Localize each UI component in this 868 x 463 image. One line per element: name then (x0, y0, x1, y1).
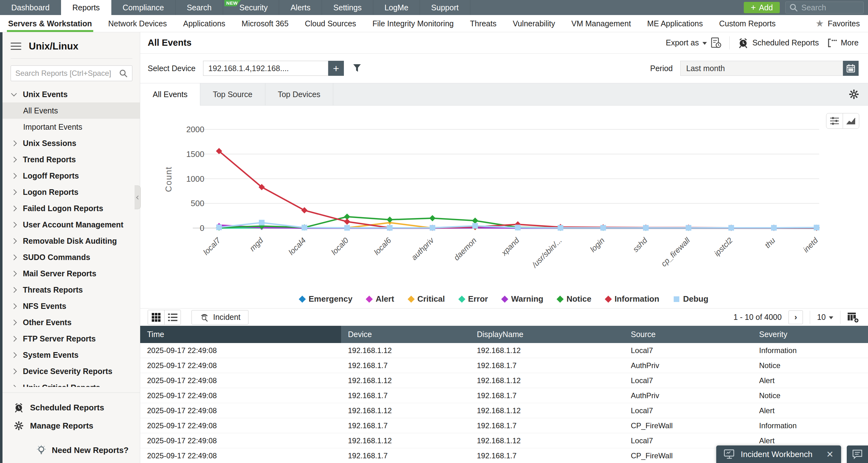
topnav-tab-reports[interactable]: Reports (61, 0, 112, 15)
column-header-source[interactable]: Source (624, 326, 752, 343)
list-view-button[interactable] (164, 310, 181, 324)
filter-funnel-icon[interactable] (353, 64, 362, 73)
topnav-tab-alerts[interactable]: Alerts (279, 0, 322, 15)
global-search[interactable] (785, 2, 864, 13)
subnav-item-me-applications[interactable]: ME Applications (639, 15, 711, 32)
events-line-chart[interactable]: 0500100015002000Countlocal7mgdlocal4loca… (140, 106, 868, 286)
page-size-select[interactable]: 10 (817, 313, 833, 322)
report-search[interactable] (11, 65, 132, 81)
legend-item-warning[interactable]: Warning (502, 294, 543, 304)
feedback-button[interactable] (847, 445, 868, 463)
topnav-tab-settings[interactable]: Settings (322, 0, 373, 15)
need-new-reports-link[interactable]: Need New Reports? (36, 445, 129, 456)
column-header-displayname[interactable]: DisplayName (470, 326, 624, 343)
tab-all-events[interactable]: All Events (140, 83, 200, 106)
subnav-item-applications[interactable]: Applications (175, 15, 234, 32)
add-column-icon[interactable] (847, 312, 859, 323)
more-button[interactable]: More (827, 38, 859, 48)
subnav-item-microsoft-365[interactable]: Microsoft 365 (234, 15, 297, 32)
tab-top-devices[interactable]: Top Devices (265, 83, 333, 105)
subnav-item-servers-workstation[interactable]: Servers & Workstation (0, 15, 100, 32)
device-input[interactable]: 192.168.1.4,192.168.... (203, 61, 328, 76)
sidebar-item-mail-server-reports[interactable]: Mail Server Reports (0, 265, 140, 282)
add-device-button[interactable]: + (328, 61, 344, 76)
topnav-tab-logme[interactable]: LogMe (373, 0, 420, 15)
sidebar-item-system-events[interactable]: System Events (0, 347, 140, 363)
topnav-tab-compliance[interactable]: Compliance (112, 0, 176, 15)
close-icon[interactable]: ✕ (826, 449, 834, 460)
subnav-item-file-integrity-monitoring[interactable]: File Integrity Monitoring (364, 15, 462, 32)
sidebar-item-important-events[interactable]: Important Events (0, 119, 140, 135)
alarm-clock-icon (738, 37, 748, 48)
subnav-item-threats[interactable]: Threats (462, 15, 505, 32)
report-settings-button[interactable] (848, 83, 868, 105)
sidebar-item-unix-events[interactable]: Unix Events (0, 86, 140, 103)
svg-text:inetd: inetd (801, 236, 820, 254)
sidebar-item-user-account-management[interactable]: User Account Management (0, 216, 140, 233)
topnav-tab-support[interactable]: Support (420, 0, 470, 15)
sidebar-item-unix-critical-reports[interactable]: Unix Critical Reports (0, 379, 140, 387)
legend-item-debug[interactable]: Debug (674, 294, 708, 304)
subnav-item-network-devices[interactable]: Network Devices (100, 15, 175, 32)
sidebar-item-failed-logon-reports[interactable]: Failed Logon Reports (0, 200, 140, 216)
hamburger-menu-icon[interactable] (11, 40, 21, 52)
sidebar-item-sudo-commands[interactable]: SUDO Commands (0, 249, 140, 265)
chart-settings-button[interactable] (826, 113, 843, 128)
table-row[interactable]: 2025-09-17 22:49:08192.168.1.7192.168.1.… (140, 388, 868, 403)
legend-item-notice[interactable]: Notice (558, 294, 591, 304)
subnav-item-vm-management[interactable]: VM Management (563, 15, 639, 32)
table-cell: 192.168.1.12 (470, 433, 624, 448)
topnav-tab-security[interactable]: SecurityNEW (223, 0, 279, 15)
topnav-tab-search[interactable]: Search (176, 0, 223, 15)
sidebar-footer-scheduled-reports[interactable]: Scheduled Reports (2, 399, 140, 417)
legend-item-alert[interactable]: Alert (367, 294, 394, 304)
table-row[interactable]: 2025-09-17 22:49:08192.168.1.7192.168.1.… (140, 358, 868, 373)
table-row[interactable]: 2025-09-17 22:49:08192.168.1.12192.168.1… (140, 403, 868, 418)
incident-button[interactable]: Incident (191, 310, 248, 324)
subnav-item-custom-reports[interactable]: Custom Reports (711, 15, 784, 32)
sidebar-collapse-handle[interactable] (134, 185, 141, 209)
legend-item-error[interactable]: Error (459, 294, 488, 304)
subnav-item-cloud-sources[interactable]: Cloud Sources (297, 15, 364, 32)
sidebar-item-unix-sessions[interactable]: Unix Sessions (0, 135, 140, 151)
incident-workbench-toast[interactable]: Incident Workbench ✕ (716, 445, 841, 463)
table-row[interactable]: 2025-09-17 22:49:08192.168.1.7192.168.1.… (140, 418, 868, 433)
sidebar-item-threats-reports[interactable]: Threats Reports (0, 282, 140, 298)
scheduled-reports-button[interactable]: Scheduled Reports (738, 37, 819, 48)
sidebar-item-other-events[interactable]: Other Events (0, 314, 140, 330)
topnav-tab-dashboard[interactable]: Dashboard (0, 0, 61, 15)
sidebar-item-trend-reports[interactable]: Trend Reports (0, 151, 140, 168)
next-page-button[interactable]: › (788, 311, 803, 324)
report-search-input[interactable] (16, 69, 119, 78)
table-cell: 2025-09-17 22:49:08 (140, 343, 341, 358)
export-document-icon (711, 37, 721, 49)
sidebar-item-logoff-reports[interactable]: Logoff Reports (0, 168, 140, 184)
legend-item-information[interactable]: Information (606, 294, 659, 304)
subnav-item-vulnerability[interactable]: Vulnerability (505, 15, 563, 32)
period-input[interactable]: Last month (680, 61, 843, 76)
table-row[interactable]: 2025-09-17 22:49:08192.168.1.12192.168.1… (140, 373, 868, 388)
sidebar-item-device-severity-reports[interactable]: Device Severity Reports (0, 363, 140, 379)
table-row[interactable]: 2025-09-17 22:49:08192.168.1.12192.168.1… (140, 343, 868, 358)
favorites-button[interactable]: ★ Favorites (815, 19, 868, 28)
legend-item-critical[interactable]: Critical (409, 294, 445, 304)
column-header-severity[interactable]: Severity (752, 326, 868, 343)
sidebar-item-ftp-server-reports[interactable]: FTP Server Reports (0, 330, 140, 347)
legend-item-emergency[interactable]: Emergency (300, 294, 352, 304)
tab-top-source[interactable]: Top Source (200, 83, 265, 105)
global-search-input[interactable] (801, 3, 855, 12)
period-label: Period (650, 64, 673, 73)
sidebar-item-removable-disk-auditing[interactable]: Removable Disk Auditing (0, 233, 140, 249)
sidebar-item-all-events[interactable]: All Events (0, 103, 140, 119)
column-header-device[interactable]: Device (341, 326, 470, 343)
calendar-button[interactable] (843, 61, 859, 76)
sidebar-item-label: User Account Management (23, 220, 123, 229)
export-as-button[interactable]: Export as (666, 37, 721, 49)
chart-type-button[interactable] (843, 113, 859, 128)
sidebar-item-logon-reports[interactable]: Logon Reports (0, 184, 140, 200)
column-header-time[interactable]: Time (140, 326, 341, 343)
sidebar-footer-manage-reports[interactable]: Manage Reports (2, 417, 140, 435)
add-button[interactable]: + Add (744, 2, 780, 13)
grid-view-button[interactable] (148, 310, 164, 324)
sidebar-item-nfs-events[interactable]: NFS Events (0, 298, 140, 314)
